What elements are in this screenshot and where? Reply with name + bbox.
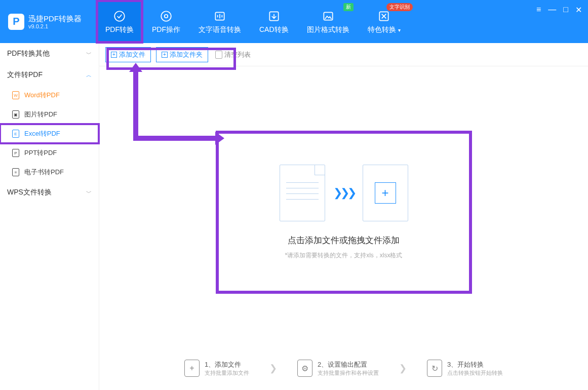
group-label: WPS文件转换 (7, 188, 52, 197)
tab-pdf-convert[interactable]: PDF转换 (96, 0, 143, 43)
tab-label: CAD转换 (259, 25, 289, 34)
tab-cad[interactable]: CAD转换 (250, 0, 298, 43)
btn-label: 清空列表 (224, 50, 251, 59)
sidebar-group-pdf-other[interactable]: PDF转换其他 ﹀ (0, 43, 99, 64)
list-icon (215, 51, 222, 59)
excel-icon: E (12, 130, 19, 138)
tab-label: 文字语音转换 (199, 25, 241, 34)
svg-point-1 (161, 11, 171, 21)
close-button[interactable]: ✕ (575, 5, 582, 15)
btn-label: 添加文件 (119, 50, 145, 59)
tab-label: 特色转换 (368, 25, 401, 34)
steps-row: + 1、添加文件 支持批量添加文件 ❯ ⚙ 2、设置输出配置 支持批量操作和各种… (99, 360, 588, 377)
step-sub: 支持批量操作和各种设置 (318, 369, 379, 377)
tab-label: PDF转换 (105, 25, 134, 34)
maximize-button[interactable]: □ (563, 5, 568, 15)
annotation-arrow-vertical (133, 70, 138, 141)
chevron-right-icon: ❯ (269, 363, 277, 374)
sidebar-group-file-to-pdf[interactable]: 文件转PDF ︿ (0, 64, 99, 86)
step-title: 添加文件 (215, 361, 241, 368)
plus-icon: + (111, 52, 117, 58)
image-icon (321, 9, 335, 23)
add-folder-button[interactable]: + 添加文件夹 (156, 47, 208, 62)
new-badge: 新 (343, 3, 354, 11)
plus-icon: + (162, 52, 168, 58)
drop-title: 点击添加文件或拖拽文件添加 (288, 235, 400, 246)
clear-list-button[interactable]: 清空列表 (215, 50, 251, 59)
step-num: 1、 (205, 361, 215, 368)
arrows-icon: ❯❯❯ (333, 186, 355, 200)
drop-graphic: ❯❯❯ + (280, 165, 408, 221)
ppt-icon: P (12, 149, 19, 157)
item-label: Word转PDF (24, 91, 60, 100)
main-tabs: PDF转换 PDF操作 文字语音转换 CAD转换 新 图片格式转换 (96, 0, 410, 43)
app-title: 迅捷PDF转换器 (28, 14, 82, 23)
app-logo-icon: P (8, 14, 24, 30)
step-config: ⚙ 2、设置输出配置 支持批量操作和各种设置 (297, 360, 379, 377)
item-label: PPT转PDF (24, 148, 57, 158)
word-icon: W (12, 91, 19, 99)
step-add-file: + 1、添加文件 支持批量添加文件 (184, 360, 249, 377)
sidebar-item-image-pdf[interactable]: ▣ 图片转PDF (0, 105, 99, 124)
sidebar-item-ppt-pdf[interactable]: P PPT转PDF (0, 143, 99, 163)
step-title: 设置输出配置 (328, 361, 367, 368)
ocr-badge: 文字识别 (386, 3, 413, 11)
sidebar-item-excel-pdf[interactable]: E Excel转PDF (0, 124, 99, 143)
convert-icon: ↻ (427, 360, 442, 377)
step-sub: 点击转换按钮开始转换 (447, 369, 503, 377)
step-num: 2、 (318, 361, 328, 368)
audio-icon (213, 9, 227, 23)
step-file-icon: + (184, 360, 200, 377)
step-start: ↻ 3、开始转换 点击转换按钮开始转换 (427, 360, 503, 377)
step-num: 3、 (447, 361, 457, 368)
annotation-arrow-horizontal (133, 136, 216, 141)
drop-area[interactable]: ❯❯❯ + 点击添加文件或拖拽文件添加 *请添加需要转换的文件，支持xls，xl… (217, 132, 471, 292)
sidebar-item-word-pdf[interactable]: W Word转PDF (0, 86, 99, 105)
gear-icon: ⚙ (297, 360, 312, 377)
logo-area: P 迅捷PDF转换器 v9.0.2.1 (0, 14, 96, 30)
tab-label: 图片格式转换 (307, 25, 349, 34)
tab-label: PDF操作 (152, 25, 180, 34)
add-file-button[interactable]: + 添加文件 (105, 47, 151, 62)
sidebar-group-wps[interactable]: WPS文件转换 ﹀ (0, 182, 99, 203)
ebook-icon: ≡ (12, 168, 19, 176)
sidebar-item-ebook-pdf[interactable]: ≡ 电子书转PDF (0, 163, 99, 182)
step-sub: 支持批量添加文件 (205, 369, 249, 377)
tab-text-audio[interactable]: 文字语音转换 (189, 0, 250, 43)
tab-special[interactable]: 文字识别 特色转换 (359, 0, 410, 43)
window-controls: ≡ — □ ✕ (536, 5, 582, 15)
operate-icon (159, 9, 173, 23)
svg-point-0 (114, 11, 125, 21)
document-icon (280, 165, 325, 221)
item-label: Excel转PDF (24, 129, 60, 138)
app-version: v9.0.2.1 (28, 23, 82, 29)
menu-icon[interactable]: ≡ (536, 5, 541, 15)
chevron-right-icon: ❯ (399, 363, 407, 374)
convert-icon (112, 9, 127, 23)
btn-label: 添加文件夹 (170, 50, 203, 59)
item-label: 电子书转PDF (24, 168, 64, 177)
main-area: + 添加文件 + 添加文件夹 清空列表 ❯❯❯ + (99, 43, 588, 390)
svg-point-2 (165, 14, 168, 18)
tab-image-convert[interactable]: 新 图片格式转换 (298, 0, 359, 43)
toolbar: + 添加文件 + 添加文件夹 清空列表 (99, 43, 588, 66)
chevron-down-icon: ﹀ (86, 50, 92, 58)
drop-subtitle: *请添加需要转换的文件，支持xls，xlsx格式 (285, 251, 402, 260)
app-header: P 迅捷PDF转换器 v9.0.2.1 PDF转换 PDF操作 文字语音转换 (0, 0, 588, 43)
group-label: 文件转PDF (7, 70, 43, 80)
chevron-up-icon: ︿ (86, 71, 92, 79)
chevron-down-icon: ﹀ (86, 189, 92, 197)
group-label: PDF转换其他 (7, 49, 50, 58)
step-title: 开始转换 (457, 361, 484, 368)
item-label: 图片转PDF (24, 110, 57, 119)
sidebar: PDF转换其他 ﹀ 文件转PDF ︿ W Word转PDF ▣ 图片转PDF E… (0, 43, 99, 390)
minimize-button[interactable]: — (548, 5, 556, 15)
image-doc-icon: ▣ (12, 110, 19, 119)
add-card-icon: + (363, 165, 408, 221)
tab-pdf-operate[interactable]: PDF操作 (143, 0, 189, 43)
cad-icon (267, 9, 281, 23)
